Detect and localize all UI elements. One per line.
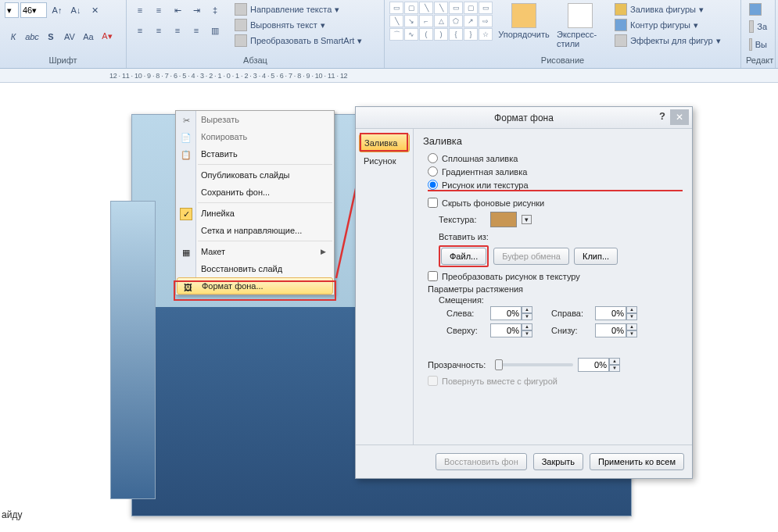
radio-solid-fill[interactable]: Сплошная заливка — [428, 153, 683, 163]
columns-button[interactable]: ▥ — [206, 22, 224, 39]
file-button[interactable]: Файл... — [441, 248, 486, 265]
ribbon-group-label-paragraph: Абзац — [131, 54, 379, 66]
dialog-footer: Восстановить фон Закрыть Применить ко вс… — [356, 445, 692, 477]
italic-button[interactable]: К — [5, 28, 22, 45]
shape-fill-button[interactable]: Заливка фигуры ▾ — [611, 2, 724, 17]
increase-indent-button[interactable]: ⇥ — [188, 2, 205, 19]
check-tile[interactable]: Преобразовать рисунок в текстуру — [428, 271, 683, 281]
offset-right-spinner[interactable]: ▲▼ — [595, 306, 651, 320]
menu-save-bg[interactable]: Сохранить фон... — [176, 184, 334, 201]
font-size-combo[interactable]: 46 ▾ — [20, 2, 47, 18]
shape-effects-button[interactable]: Эффекты для фигур ▾ — [611, 33, 724, 48]
dialog-titlebar[interactable]: Формат фона ? ✕ — [356, 107, 692, 129]
context-menu: ✂Вырезать 📄Копировать 📋Вставить Опублико… — [175, 110, 335, 295]
layout-icon: ▦ — [180, 246, 192, 259]
cut-icon: ✂ — [180, 114, 192, 127]
dialog-close-button[interactable]: ✕ — [670, 109, 689, 125]
smartart-icon — [235, 34, 247, 47]
arrange-button[interactable]: Упорядочить — [499, 2, 549, 41]
dialog-title: Формат фона — [494, 112, 554, 123]
ribbon-group-editing: За Вы Редакт — [741, 0, 776, 68]
convert-smartart-button[interactable]: Преобразовать в SmartArt ▾ — [231, 33, 365, 48]
fill-heading: Заливка — [423, 135, 683, 147]
check-hide-bg[interactable]: Скрыть фоновые рисунки — [428, 198, 683, 208]
express-styles-button[interactable]: Экспресс-стили — [555, 2, 605, 50]
strikethrough-button[interactable]: S — [42, 28, 59, 45]
replace-button[interactable]: За — [746, 19, 770, 34]
text-direction-button[interactable]: Направление текста ▾ — [231, 2, 365, 17]
texture-dropdown-button[interactable]: ▾ — [522, 215, 532, 224]
menu-paste[interactable]: 📋Вставить — [176, 145, 334, 162]
stretch-params-label: Параметры растяжения — [428, 284, 683, 294]
font-color-button[interactable]: A▾ — [99, 28, 116, 45]
transparency-slider[interactable] — [495, 363, 573, 366]
menu-cut: ✂Вырезать — [176, 111, 334, 128]
copy-icon: 📄 — [180, 131, 192, 144]
menu-format-background[interactable]: 🖼Формат фона... — [177, 277, 333, 295]
dialog-main-panel: Заливка Сплошная заливка Градиентная зал… — [414, 129, 692, 445]
justify-button[interactable]: ≡ — [188, 22, 205, 39]
font-family-combo-end[interactable]: ▾ — [5, 2, 19, 18]
ribbon-group-label-drawing: Рисование — [389, 54, 736, 66]
offset-top-spinner[interactable]: ▲▼ — [490, 323, 547, 337]
replace-icon — [749, 20, 754, 33]
close-button[interactable]: Закрыть — [533, 453, 583, 470]
sidebar-tab-picture[interactable]: Рисунок — [359, 152, 410, 170]
offset-top-label: Сверху: — [446, 326, 486, 335]
decrease-font-button[interactable]: A↓ — [67, 2, 84, 19]
transparency-label: Прозрачность: — [428, 360, 490, 370]
menu-grid[interactable]: Сетка и направляющие... — [176, 222, 334, 239]
ribbon: ▾ 46 ▾ A↑ A↓ ✕ К abc S AV Aa A▾ Шрифт ≡ … — [0, 0, 778, 69]
insert-from-label: Вставить из: — [439, 232, 683, 241]
clip-button[interactable]: Клип... — [574, 248, 618, 265]
texture-row: Текстура: ▾ — [439, 212, 683, 227]
reset-bg-button: Восстановить фон — [436, 453, 527, 470]
line-spacing-button[interactable]: ‡ — [206, 2, 224, 19]
underline-button[interactable]: abc — [23, 28, 41, 45]
change-case-button[interactable]: Aa — [80, 28, 97, 45]
transparency-spinner[interactable]: ▲▼ — [578, 358, 620, 372]
sidebar-tab-fill[interactable]: Заливка — [359, 134, 410, 152]
offset-left-spinner[interactable]: ▲▼ — [490, 306, 547, 320]
align-vert-icon — [235, 19, 247, 31]
clear-formatting-button[interactable]: ✕ — [86, 2, 103, 19]
increase-font-button[interactable]: A↑ — [48, 2, 66, 19]
offset-left-label: Слева: — [446, 309, 486, 318]
texture-combo[interactable] — [490, 212, 517, 227]
text-direction-icon — [235, 3, 247, 16]
styles-icon — [568, 3, 593, 28]
check-icon: ✓ — [180, 208, 192, 220]
format-background-dialog: Формат фона ? ✕ Заливка Рисунок Заливка … — [355, 106, 693, 479]
radio-gradient-fill[interactable]: Градиентная заливка — [428, 166, 683, 177]
ribbon-group-drawing: ▭▢╲╲▭▢▭ ╲↘⌐△⬠↗⇨ ⌒∿(){}☆ Упорядочить Эксп… — [385, 0, 741, 68]
apply-all-button[interactable]: Применить ко всем — [590, 453, 684, 470]
menu-ruler[interactable]: ✓Линейка — [176, 205, 334, 222]
status-bar-text: айду — [0, 506, 23, 523]
bullets-button[interactable]: ≡ — [131, 2, 149, 19]
shapes-gallery[interactable]: ▭▢╲╲▭▢▭ ╲↘⌐△⬠↗⇨ ⌒∿(){}☆ — [389, 2, 493, 41]
clipboard-button: Буфер обмена — [493, 248, 569, 265]
menu-reset-slide[interactable]: Восстановить слайд — [176, 260, 334, 277]
select-icon — [749, 38, 752, 51]
align-left-button[interactable]: ≡ — [131, 22, 149, 39]
dialog-help-button[interactable]: ? — [659, 110, 665, 122]
text-shadow-button[interactable]: AV — [61, 28, 78, 45]
select-button[interactable]: Вы — [746, 37, 770, 52]
menu-layout[interactable]: ▦Макет▶ — [176, 243, 334, 260]
offsets-label: Смещения: — [439, 295, 683, 305]
align-right-button[interactable]: ≡ — [169, 22, 186, 39]
offset-bottom-spinner[interactable]: ▲▼ — [595, 323, 651, 337]
align-center-button[interactable]: ≡ — [150, 22, 167, 39]
paste-icon: 📋 — [180, 148, 192, 161]
ribbon-group-label-font: Шрифт — [5, 54, 121, 66]
fill-icon — [615, 3, 627, 16]
radio-picture-texture[interactable]: Рисунок или текстура — [428, 180, 683, 191]
horizontal-ruler: 12 · 11 · 10 · 9 · 8 · 7 · 6 · 5 · 4 · 3… — [0, 69, 778, 83]
numbering-button[interactable]: ≡ — [150, 2, 167, 19]
find-button[interactable] — [746, 2, 770, 17]
align-text-button[interactable]: Выровнять текст ▾ — [231, 17, 365, 33]
shape-outline-button[interactable]: Контур фигуры ▾ — [611, 17, 724, 33]
menu-publish[interactable]: Опубликовать слайды — [176, 166, 334, 184]
slide-workspace: ✂Вырезать 📄Копировать 📋Вставить Опублико… — [0, 83, 778, 520]
decrease-indent-button[interactable]: ⇤ — [169, 2, 186, 19]
